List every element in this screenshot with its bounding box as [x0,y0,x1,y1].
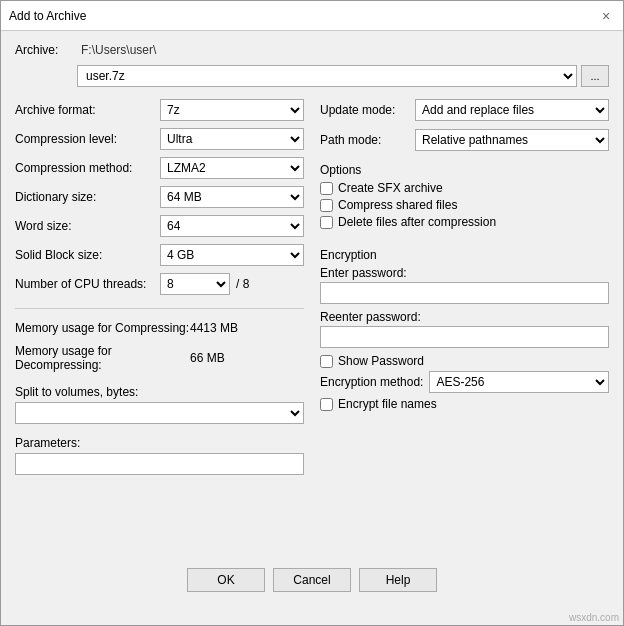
compression-method-row: Compression method: LZMA2LZMAPPMd [15,157,304,179]
encrypt-names-label: Encrypt file names [338,397,437,411]
mem-decompress-row: Memory usage for Decompressing: 66 MB [15,344,304,372]
show-password-label: Show Password [338,354,424,368]
encrypt-names-checkbox[interactable] [320,398,333,411]
left-panel: Archive format: 7zziptar Compression lev… [15,99,304,556]
show-password-checkbox[interactable] [320,355,333,368]
format-row: Archive format: 7zziptar [15,99,304,121]
reenter-password-input[interactable] [320,326,609,348]
archive-filename-select[interactable]: user.7z [77,65,577,87]
close-button[interactable]: × [597,7,615,25]
enc-method-row: Encryption method: AES-256 ZipCrypto [320,371,609,393]
split-label: Split to volumes, bytes: [15,385,304,399]
mem-decompress-value: 66 MB [190,351,225,365]
options-title: Options [320,163,609,177]
encryption-title: Encryption [320,248,609,262]
split-section: Split to volumes, bytes: [15,385,304,424]
format-label: Archive format: [15,103,160,117]
update-mode-select[interactable]: Add and replace files Update and add fil… [415,99,609,121]
title-bar: Add to Archive × [1,1,623,31]
right-panel: Update mode: Add and replace files Updat… [320,99,609,556]
enter-pass-label: Enter password: [320,266,609,280]
delete-files-row: Delete files after compression [320,215,609,229]
cpu-row: Number of CPU threads: 8421 / 8 [15,273,304,295]
compression-method-select[interactable]: LZMA2LZMAPPMd [160,157,304,179]
compress-shared-row: Compress shared files [320,198,609,212]
cpu-select[interactable]: 8421 [160,273,230,295]
create-sfx-label: Create SFX archive [338,181,443,195]
main-area: Archive format: 7zziptar Compression lev… [15,99,609,556]
update-mode-row: Update mode: Add and replace files Updat… [320,99,609,121]
split-select[interactable] [15,402,304,424]
button-bar: OK Cancel Help [15,556,609,600]
path-mode-row: Path mode: Relative pathnames Full pathn… [320,129,609,151]
solid-block-select[interactable]: 4 GB1 GBNon-solid [160,244,304,266]
solid-block-label: Solid Block size: [15,248,160,262]
show-password-row: Show Password [320,354,609,368]
delete-files-checkbox[interactable] [320,216,333,229]
params-label: Parameters: [15,436,304,450]
reenter-pass-label: Reenter password: [320,310,609,324]
mem-compress-row: Memory usage for Compressing: 4413 MB [15,319,304,337]
params-section: Parameters: [15,436,304,475]
compress-shared-label: Compress shared files [338,198,457,212]
compression-level-row: Compression level: UltraMaximumNormal [15,128,304,150]
compress-shared-checkbox[interactable] [320,199,333,212]
update-mode-label: Update mode: [320,103,415,117]
help-button[interactable]: Help [359,568,437,592]
word-size-select[interactable]: 6496128 [160,215,304,237]
dialog-content: Archive: F:\Users\user\ user.7z ... Arch… [1,31,623,612]
enc-method-select[interactable]: AES-256 ZipCrypto [429,371,609,393]
window-title: Add to Archive [9,9,86,23]
cancel-button[interactable]: Cancel [273,568,351,592]
main-window: Add to Archive × Archive: F:\Users\user\… [0,0,624,626]
divider-1 [15,308,304,309]
path-mode-select[interactable]: Relative pathnames Full pathnames [415,129,609,151]
ok-button[interactable]: OK [187,568,265,592]
compression-method-label: Compression method: [15,161,160,175]
compression-level-label: Compression level: [15,132,160,146]
encryption-group: Encryption Enter password: Reenter passw… [320,248,609,414]
word-size-label: Word size: [15,219,160,233]
path-mode-label: Path mode: [320,133,415,147]
cpu-label: Number of CPU threads: [15,277,160,291]
watermark: wsxdn.com [1,612,623,625]
format-select[interactable]: 7zziptar [160,99,304,121]
create-sfx-checkbox[interactable] [320,182,333,195]
browse-button[interactable]: ... [581,65,609,87]
archive-input-row: user.7z ... [15,65,609,87]
archive-path-row: Archive: F:\Users\user\ [15,43,609,57]
word-size-row: Word size: 6496128 [15,215,304,237]
archive-path: F:\Users\user\ [81,43,156,57]
create-sfx-row: Create SFX archive [320,181,609,195]
enter-password-input[interactable] [320,282,609,304]
archive-label: Archive: [15,43,73,57]
cpu-total: / 8 [236,277,249,291]
enc-method-label: Encryption method: [320,375,423,389]
compression-level-select[interactable]: UltraMaximumNormal [160,128,304,150]
dict-size-row: Dictionary size: 64 MB128 MB256 MB [15,186,304,208]
mem-decompress-label: Memory usage for Decompressing: [15,344,190,372]
delete-files-label: Delete files after compression [338,215,496,229]
solid-block-row: Solid Block size: 4 GB1 GBNon-solid [15,244,304,266]
encrypt-names-row: Encrypt file names [320,397,609,411]
mem-compress-label: Memory usage for Compressing: [15,321,190,335]
options-group: Options Create SFX archive Compress shar… [320,163,609,232]
params-input[interactable] [15,453,304,475]
mem-compress-value: 4413 MB [190,321,238,335]
dict-size-label: Dictionary size: [15,190,160,204]
dict-size-select[interactable]: 64 MB128 MB256 MB [160,186,304,208]
